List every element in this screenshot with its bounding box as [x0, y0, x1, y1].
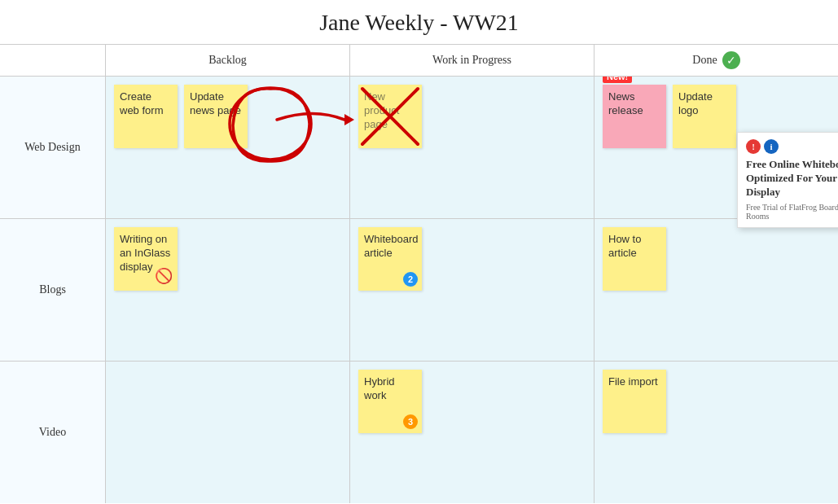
row-label-web-design: Web Design — [0, 77, 106, 218]
col-header-done: Done ✓ — [594, 45, 838, 76]
empty-header — [0, 45, 106, 76]
row-label-blogs: Blogs — [0, 219, 106, 361]
note-how-to-article[interactable]: How to article — [603, 227, 666, 291]
row-web-design: Web Design Create web form Update news p… — [0, 77, 838, 219]
video-label: Video — [39, 426, 66, 439]
ad-info-icon: i — [764, 139, 779, 154]
note-writing-inglass[interactable]: Writing on an InGlass display 🚫 — [114, 227, 178, 291]
cell-blogs-wip: Whiteboard article 2 — [350, 219, 594, 361]
done-label: Done — [692, 54, 717, 67]
kanban-board: Backlog Work in Progress Done ✓ Web Desi… — [0, 44, 838, 503]
cell-video-backlog — [106, 362, 350, 503]
col-header-backlog: Backlog — [106, 45, 350, 76]
note-update-news-page[interactable]: Update news page — [184, 85, 248, 148]
note-file-import[interactable]: File import — [603, 370, 666, 433]
kanban-body: Web Design Create web form Update news p… — [0, 77, 838, 503]
done-check-icon: ✓ — [722, 51, 740, 69]
cell-web-design-wip: New product page — [350, 77, 594, 218]
cell-video-wip: Hybrid work 3 — [350, 362, 594, 503]
badge-3: 3 — [403, 414, 418, 429]
note-new-product-page[interactable]: New product page — [358, 85, 422, 148]
backlog-label: Backlog — [208, 54, 247, 67]
ad-warning-icon: ! — [746, 139, 761, 154]
new-badge: New! — [603, 77, 632, 83]
note-whiteboard-article[interactable]: Whiteboard article 2 — [358, 227, 422, 291]
col-header-wip: Work in Progress — [350, 45, 594, 76]
row-video: Video Hybrid work 3 File import — [0, 362, 838, 503]
ad-popup[interactable]: ! i Free Online Whiteboard Optimized For… — [737, 132, 838, 228]
note-news-release[interactable]: New! News release — [603, 85, 666, 148]
ad-popup-title: Free Online Whiteboard Optimized For You… — [746, 158, 838, 199]
note-create-web-form[interactable]: Create web form — [114, 85, 178, 148]
web-design-label: Web Design — [24, 141, 80, 154]
wip-label: Work in Progress — [432, 54, 511, 67]
cell-web-design-backlog: Create web form Update news page — [106, 77, 350, 218]
kanban-header: Backlog Work in Progress Done ✓ — [0, 44, 838, 77]
ad-popup-subtitle: Free Trial of FlatFrog Board for Rooms — [746, 203, 838, 221]
cell-web-design-done: New! News release Update logo ! i Free O… — [594, 77, 838, 218]
row-label-video: Video — [0, 362, 106, 503]
blogs-label: Blogs — [39, 283, 66, 296]
note-update-logo[interactable]: Update logo — [673, 85, 736, 148]
cell-video-done: File import — [594, 362, 838, 503]
no-entry-icon: 🚫 — [155, 267, 173, 286]
cell-blogs-backlog: Writing on an InGlass display 🚫 — [106, 219, 350, 361]
page-title: Jane Weekly - WW21 — [0, 0, 838, 44]
note-hybrid-work[interactable]: Hybrid work 3 — [358, 370, 422, 433]
cell-blogs-done: How to article — [594, 219, 838, 361]
badge-2: 2 — [403, 272, 418, 287]
ad-popup-icons: ! i — [746, 139, 838, 154]
row-blogs: Blogs Writing on an InGlass display 🚫 Wh… — [0, 219, 838, 362]
